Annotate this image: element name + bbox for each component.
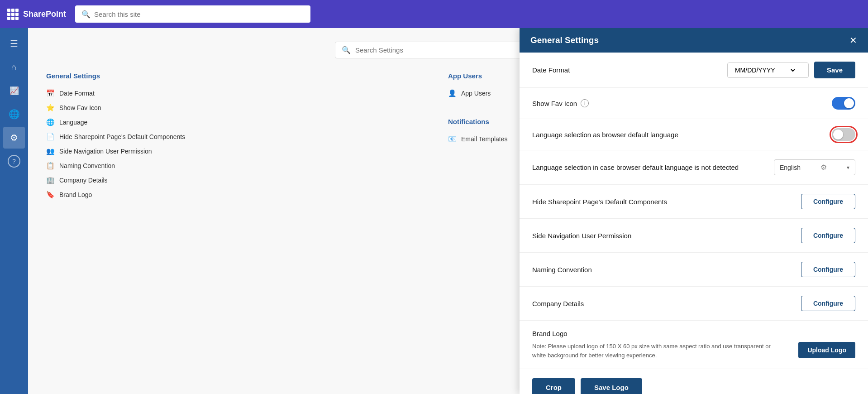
lang-fallback-dropdown-container: English ⚙ ▾ — [774, 159, 855, 175]
panel-row-lang-fallback: Language selection in case browser defau… — [520, 150, 868, 185]
save-logo-button[interactable]: Save Logo — [581, 378, 642, 394]
side-nav-configure: Configure — [801, 228, 855, 243]
sidebar-item-globe[interactable]: 🌐 — [3, 103, 25, 125]
hide-components-configure-button[interactable]: Configure — [801, 194, 855, 209]
language-icon: 🌐 — [46, 118, 55, 126]
crop-button[interactable]: Crop — [532, 378, 575, 394]
top-search-input[interactable] — [94, 10, 304, 18]
help-icon: ? — [8, 155, 20, 168]
sidebar-item-help[interactable]: ? — [3, 150, 25, 172]
date-format-icon: 📅 — [46, 89, 55, 97]
upload-logo-button[interactable]: Upload Logo — [798, 342, 855, 358]
sidebar: ☰ ⌂ 📈 🌐 ⚙ ? — [0, 28, 28, 394]
app-users-label: App Users — [461, 90, 491, 97]
sidebar-item-home[interactable]: ⌂ — [3, 56, 25, 78]
lang-fallback-value: English — [780, 164, 801, 171]
settings-search-icon: 🔍 — [342, 46, 351, 54]
lang-default-toggle[interactable] — [832, 128, 855, 141]
nav-item-date-format[interactable]: 📅 Date Format — [46, 86, 448, 101]
panel-header: General Settings ✕ — [520, 28, 868, 53]
settings-col-general: General Settings 📅 Date Format ⭐ Show Fa… — [46, 72, 448, 202]
date-format-select[interactable]: MM/DD/YYYY DD/MM/YYYY YYYY/MM/DD — [733, 66, 796, 74]
show-fav-toggle-thumb — [844, 98, 854, 108]
top-nav: SharePoint 🔍 — [0, 0, 868, 28]
naming-convention-configure: Configure — [801, 262, 855, 277]
panel-row-side-nav: Side Navigation User Permission Configur… — [520, 219, 868, 253]
show-fav-toggle-container — [832, 97, 855, 110]
side-nav-configure-button[interactable]: Configure — [801, 228, 855, 243]
main-layout: ☰ ⌂ 📈 🌐 ⚙ ? 🔍 General Settings — [0, 28, 868, 394]
panel-close-button[interactable]: ✕ — [849, 36, 857, 45]
hide-components-row-label: Hide Sharepoint Page's Default Component… — [532, 198, 667, 206]
content-area: 🔍 General Settings 📅 Date Format ⭐ Show … — [28, 28, 868, 394]
panel-row-company-details: Company Details Configure — [520, 287, 868, 321]
side-nav-icon: 👥 — [46, 147, 55, 155]
logo: SharePoint — [7, 9, 66, 20]
analytics-icon: 📈 — [10, 86, 19, 96]
lang-chevron-icon: ▾ — [847, 164, 849, 171]
panel-row-hide-components: Hide Sharepoint Page's Default Component… — [520, 185, 868, 219]
fav-icon-info[interactable]: i — [581, 99, 589, 107]
general-settings-title: General Settings — [46, 72, 448, 80]
date-format-label: Date Format — [59, 90, 95, 97]
save-button[interactable]: Save — [814, 62, 855, 78]
show-fav-icon-row-label: Show Fav Icon i — [532, 99, 589, 107]
brand-logo-icon: 🔖 — [46, 191, 55, 199]
company-details-icon: 🏢 — [46, 176, 55, 184]
home-icon: ⌂ — [11, 62, 17, 72]
lang-fallback-dropdown[interactable]: English ⚙ ▾ — [774, 159, 855, 175]
brand-logo-note: Note: Please upload logo of 150 X 60 px … — [532, 342, 777, 360]
date-format-row-label: Date Format — [532, 66, 570, 74]
hide-components-label: Hide Sharepoint Page's Default Component… — [59, 133, 185, 140]
nav-item-show-fav-icon[interactable]: ⭐ Show Fav Icon — [46, 101, 448, 115]
lang-default-row-label: Language selection as browser default la… — [532, 131, 678, 139]
naming-convention-icon: 📋 — [46, 162, 55, 170]
company-details-configure-button[interactable]: Configure — [801, 296, 855, 311]
naming-convention-row-label: Naming Convention — [532, 266, 592, 274]
show-fav-icon-label: Show Fav Icon — [59, 104, 101, 111]
panel-row-date-format: Date Format MM/DD/YYYY DD/MM/YYYY YYYY/M… — [520, 53, 868, 88]
side-nav-label: Side Navigation User Permission — [59, 148, 152, 155]
sidebar-item-analytics[interactable]: 📈 — [3, 80, 25, 101]
menu-icon: ☰ — [10, 38, 18, 49]
company-details-label: Company Details — [59, 177, 108, 184]
grid-icon — [7, 9, 19, 20]
hide-components-configure: Configure — [801, 194, 855, 209]
nav-item-language[interactable]: 🌐 Language — [46, 115, 448, 130]
sidebar-item-menu[interactable]: ☰ — [3, 33, 25, 54]
nav-item-naming-convention[interactable]: 📋 Naming Convention — [46, 159, 448, 173]
app-users-icon: 👤 — [448, 89, 457, 97]
email-templates-icon: 📧 — [448, 135, 457, 143]
brand-logo-section-title: Brand Logo — [532, 330, 855, 337]
globe-icon: 🌐 — [9, 109, 20, 120]
show-fav-toggle[interactable] — [832, 97, 855, 110]
settings-icon: ⚙ — [10, 132, 18, 143]
naming-convention-configure-button[interactable]: Configure — [801, 262, 855, 277]
panel-row-naming-convention: Naming Convention Configure — [520, 253, 868, 287]
lang-default-toggle-container — [832, 128, 855, 141]
panel-row-show-fav-icon: Show Fav Icon i — [520, 88, 868, 119]
bottom-buttons: Crop Save Logo — [520, 369, 868, 394]
brand-logo-row: Note: Please upload logo of 150 X 60 px … — [532, 342, 855, 360]
panel-row-lang-default: Language selection as browser default la… — [520, 119, 868, 150]
brand-logo-label: Brand Logo — [59, 191, 92, 198]
date-format-row-right: MM/DD/YYYY DD/MM/YYYY YYYY/MM/DD Save — [727, 62, 855, 78]
panel-body: Date Format MM/DD/YYYY DD/MM/YYYY YYYY/M… — [520, 53, 868, 394]
naming-convention-label: Naming Convention — [59, 162, 115, 169]
brand-logo-section: Brand Logo Note: Please upload logo of 1… — [520, 321, 868, 369]
lang-gear-icon: ⚙ — [820, 163, 827, 172]
panel-title: General Settings — [530, 35, 599, 45]
language-label: Language — [59, 119, 87, 126]
lang-fallback-row-label: Language selection in case browser defau… — [532, 163, 739, 171]
panel-overlay: General Settings ✕ Date Format MM/DD/YYY… — [520, 28, 868, 394]
sidebar-item-settings[interactable]: ⚙ — [3, 127, 25, 149]
nav-item-hide-components[interactable]: 📄 Hide Sharepoint Page's Default Compone… — [46, 130, 448, 144]
top-search-bar[interactable]: 🔍 — [75, 5, 310, 23]
date-format-dropdown[interactable]: MM/DD/YYYY DD/MM/YYYY YYYY/MM/DD — [727, 62, 809, 78]
company-details-configure: Configure — [801, 296, 855, 311]
nav-item-company-details[interactable]: 🏢 Company Details — [46, 173, 448, 187]
fav-icon-icon: ⭐ — [46, 104, 55, 112]
nav-item-side-nav[interactable]: 👥 Side Navigation User Permission — [46, 144, 448, 159]
nav-item-brand-logo[interactable]: 🔖 Brand Logo — [46, 187, 448, 202]
logo-text: SharePoint — [23, 10, 66, 19]
